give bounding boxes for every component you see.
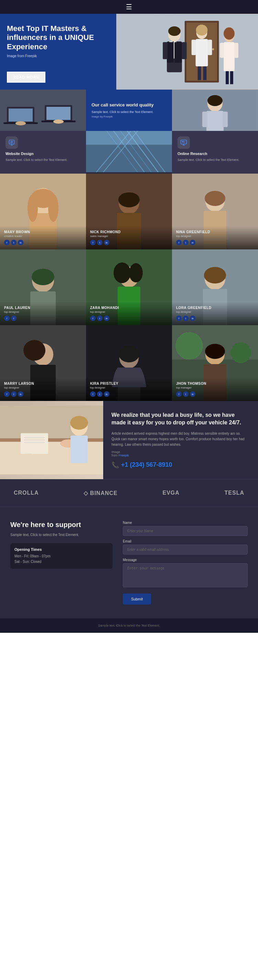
instagram-icon-nina[interactable]: in <box>190 240 195 245</box>
online-research-icon <box>177 137 190 149</box>
facebook-icon-zara[interactable]: f <box>90 315 96 321</box>
cta-image-caption: Image from Freepik <box>111 450 250 457</box>
instagram-icon-lora[interactable]: in <box>190 315 195 321</box>
facebook-icon-kira[interactable]: f <box>90 391 96 397</box>
facebook-icon-mary[interactable]: f <box>4 240 9 245</box>
email-field-group: Email <box>123 539 248 555</box>
team-grid: MARY BROWN creative leader f t in NICK R… <box>0 173 258 401</box>
team-social-mary: f t in <box>4 240 82 245</box>
contact-description: Sample text. Click to select the Text El… <box>10 532 112 538</box>
twitter-icon-kira[interactable]: t <box>97 391 103 397</box>
instagram-icon-kira[interactable]: in <box>104 391 109 397</box>
cta-section: We realize that you lead a busy life, so… <box>0 401 258 479</box>
svg-point-41 <box>207 95 223 106</box>
instagram-icon-marry[interactable]: in <box>18 391 24 397</box>
opening-hours: Mon - Fri: 09am - 07pm Sat - Sun: Closed <box>14 554 108 565</box>
team-role-lora: top designer <box>176 310 254 313</box>
team-social-nick: f t in <box>90 240 168 245</box>
name-field-group: Name <box>123 521 248 536</box>
team-social-kira: f t in <box>90 391 168 397</box>
team-overlay-nina: NINA GREENFIELD top designer f t in <box>172 226 258 250</box>
read-more-button[interactable]: READ MORE <box>7 72 46 83</box>
twitter-icon-jhon[interactable]: t <box>183 391 188 397</box>
twitter-icon-marry[interactable]: t <box>11 391 16 397</box>
svg-point-81 <box>204 267 226 283</box>
svg-rect-21 <box>234 43 238 58</box>
svg-point-35 <box>53 119 63 124</box>
svg-point-72 <box>32 269 54 285</box>
team-name-marry: MARRY LARSON <box>4 382 82 385</box>
service-card-research: Online Research Sample text. Click to se… <box>172 131 258 173</box>
twitter-icon-lora[interactable]: t <box>183 315 188 321</box>
team-name-nick: NICK RICHMOND <box>90 230 168 234</box>
team-name-nina: NINA GREENFIELD <box>176 230 254 234</box>
name-input[interactable] <box>123 526 248 536</box>
team-name-jhon: JHON THOMSON <box>176 382 254 385</box>
svg-rect-16 <box>198 67 201 80</box>
submit-button[interactable]: Submit <box>123 593 151 605</box>
team-social-nina: f t in <box>176 240 254 245</box>
svg-point-26 <box>223 27 234 40</box>
svg-rect-9 <box>174 42 182 63</box>
website-design-text: Sample text. Click to select the Text El… <box>5 158 81 162</box>
team-card-paul-lauren: PAUL LAUREN top designer f t <box>0 250 86 325</box>
team-overlay-lora: LORA GREENFIELD top designer f t in <box>172 302 258 325</box>
facebook-icon-lora[interactable]: f <box>176 315 182 321</box>
team-name-kira: KIRA PRISTLEY <box>90 382 168 385</box>
service-card-website: Website Design Sample text. Click to sel… <box>0 131 86 173</box>
team-role-paul: top designer <box>4 310 82 313</box>
twitter-icon-zara[interactable]: t <box>97 315 103 321</box>
svg-point-96 <box>205 344 225 359</box>
facebook-icon-paul[interactable]: f <box>4 315 9 321</box>
instagram-icon-zara[interactable]: in <box>104 315 109 321</box>
svg-point-24 <box>168 26 180 36</box>
team-role-marry: top designer <box>4 386 82 389</box>
svg-point-77 <box>129 263 143 282</box>
team-social-lora: f t in <box>176 315 254 321</box>
message-input[interactable] <box>123 563 248 587</box>
footer: Sample text. Click to select the Text El… <box>0 618 258 633</box>
svg-rect-22 <box>226 71 229 84</box>
cta-image <box>0 401 103 479</box>
brand-tesla: TESLA <box>225 490 244 496</box>
service-building-image <box>86 131 172 173</box>
twitter-icon-nick[interactable]: t <box>97 240 103 245</box>
team-overlay-marry: MARRY LARSON top designer f t in <box>0 377 86 401</box>
facebook-icon-nina[interactable]: f <box>176 240 182 245</box>
contact-title: We're here to support <box>10 521 112 529</box>
hamburger-icon[interactable]: ☰ <box>126 3 132 11</box>
svg-rect-40 <box>223 111 228 127</box>
facebook-icon-jhon[interactable]: f <box>176 391 182 397</box>
facebook-icon-marry[interactable]: f <box>4 391 9 397</box>
team-name-lora: LORA GREENFIELD <box>176 306 254 310</box>
team-overlay-mary: MARY BROWN creative leader f t in <box>0 226 86 250</box>
team-overlay-zara: ZARA MOHANDI top designer f t in <box>86 302 172 325</box>
svg-point-60 <box>48 194 59 222</box>
contact-form: Name Email Message Submit <box>123 521 248 605</box>
contact-section: We're here to support Sample text. Click… <box>0 507 258 618</box>
online-research-text: Sample text. Click to select the Text El… <box>177 158 253 162</box>
svg-rect-108 <box>71 435 88 463</box>
col-image-left <box>0 89 86 131</box>
instagram-icon-nick[interactable]: in <box>104 240 109 245</box>
brand-binance: ◇ BINANCE <box>84 490 117 496</box>
team-overlay-nick: NICK RICHMOND sales manager f t in <box>86 226 172 250</box>
instagram-icon-jhon[interactable]: in <box>190 391 195 397</box>
svg-point-89 <box>119 346 139 363</box>
facebook-icon-nick[interactable]: f <box>90 240 96 245</box>
twitter-icon-mary[interactable]: t <box>11 240 16 245</box>
team-social-zara: f t in <box>90 315 168 321</box>
name-label: Name <box>123 521 248 525</box>
instagram-icon-mary[interactable]: in <box>18 240 24 245</box>
svg-rect-52 <box>86 131 172 145</box>
brands-section: CROLLA ◇ BINANCE EVGA TESLA <box>0 479 258 507</box>
svg-rect-14 <box>191 40 196 55</box>
team-card-marry-larson: MARRY LARSON top designer f t in <box>0 325 86 401</box>
twitter-icon-paul[interactable]: t <box>11 315 16 321</box>
twitter-icon-nina[interactable]: t <box>183 240 188 245</box>
cta-phone[interactable]: 📞 +1 (234) 567-8910 <box>111 461 250 469</box>
hero-image <box>116 14 258 89</box>
message-field-group: Message <box>123 558 248 589</box>
email-input[interactable] <box>123 545 248 555</box>
svg-point-34 <box>16 121 26 126</box>
